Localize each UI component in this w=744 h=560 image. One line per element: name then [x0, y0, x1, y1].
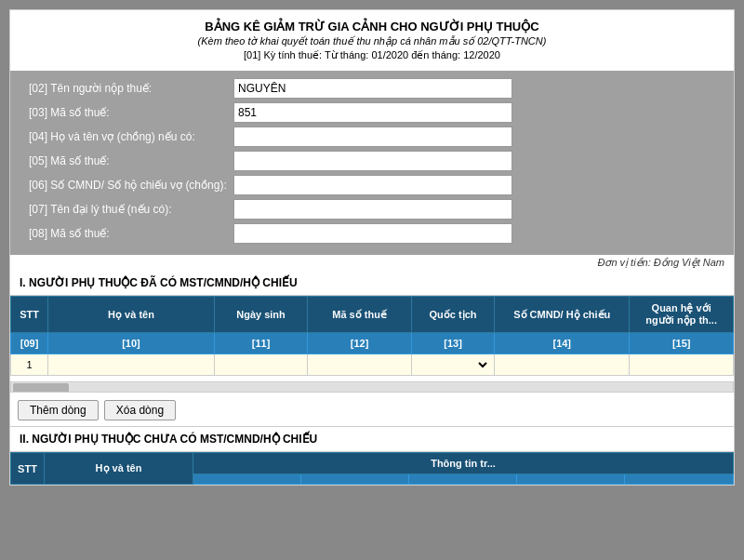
- select-quoctich[interactable]: Việt Nam Khác: [416, 358, 490, 371]
- form-row-3: [05] Mã số thuế:: [29, 151, 715, 171]
- cell-cmnd[interactable]: [495, 354, 630, 376]
- th-stt: STT: [11, 297, 48, 333]
- field-input-6[interactable]: [233, 223, 512, 244]
- table2-header-row: STT Họ và tên Thông tin tr...: [11, 453, 734, 474]
- col-code-14: [14]: [495, 333, 630, 354]
- input-mst[interactable]: [312, 359, 407, 370]
- form-row-0: [02] Tên người nộp thuế:: [29, 78, 715, 99]
- cell-mst[interactable]: [308, 354, 412, 376]
- section1-heading: I. NGƯỜI PHỤ THUỘC ĐÃ CÓ MST/CMND/HỘ CHI…: [10, 271, 734, 296]
- cell-stt: 1: [11, 354, 48, 376]
- currency-note: Đơn vị tiền: Đồng Việt Nam: [10, 255, 734, 271]
- horizontal-scrollbar[interactable]: [10, 381, 734, 393]
- cell-ngaysinh[interactable]: [214, 354, 307, 376]
- form-section: [02] Tên người nộp thuế: [03] Mã số thuế…: [10, 71, 734, 255]
- header-section: BẢNG KÊ GIẢM TRỪ GIA CẢNH CHO NGƯỜI PHỤ …: [10, 10, 734, 71]
- field-input-3[interactable]: [233, 151, 512, 171]
- header-subtitle: (Kèm theo tờ khai quyết toán thuế thu nh…: [29, 35, 715, 47]
- col-code-10: [10]: [48, 333, 215, 354]
- col-code-15: [15]: [630, 333, 734, 354]
- t2-sub-col4: [517, 474, 625, 485]
- th-cmnd: Số CMND/ Hộ chiếu: [495, 297, 630, 333]
- t2-sub-col5: [625, 474, 734, 485]
- section1-table: STT Họ và tên Ngày sinh Mã số thuế Quốc …: [10, 296, 734, 376]
- form-row-6: [08] Mã số thuế:: [29, 223, 715, 244]
- th-ngaysinh: Ngày sinh: [214, 297, 307, 333]
- header-title: BẢNG KÊ GIẢM TRỪ GIA CẢNH CHO NGƯỜI PHỤ …: [29, 20, 715, 33]
- input-cmnd[interactable]: [498, 359, 625, 370]
- col-code-09: [09]: [11, 333, 48, 354]
- period-value: Từ tháng: 01/2020 đến tháng: 12/2020: [325, 49, 500, 60]
- form-row-2: [04] Họ và tên vợ (chồng) nếu có:: [29, 127, 715, 147]
- page-wrapper: BẢNG KÊ GIẢM TRỪ GIA CẢNH CHO NGƯỜI PHỤ …: [9, 9, 735, 486]
- t2-sub-col1: [193, 474, 301, 485]
- input-hoten[interactable]: [52, 359, 210, 370]
- xoa-dong-button[interactable]: Xóa dòng: [104, 400, 176, 420]
- field-label-1: [03] Mã số thuế:: [29, 106, 233, 119]
- table-col-header-row: [09] [10] [11] [12] [13] [14] [15]: [11, 333, 734, 354]
- cell-hoten[interactable]: [48, 354, 215, 376]
- them-dong-button[interactable]: Thêm dòng: [18, 400, 99, 420]
- field-label-6: [08] Mã số thuế:: [29, 227, 233, 240]
- field-input-4[interactable]: [233, 175, 512, 195]
- cell-quoctich[interactable]: Việt Nam Khác: [411, 354, 494, 376]
- t2-th-thongtin: Thông tin tr...: [193, 453, 734, 474]
- scrollbar-thumb[interactable]: [13, 383, 69, 393]
- input-quanhe[interactable]: [633, 359, 729, 370]
- field-label-2: [04] Họ và tên vợ (chồng) nếu có:: [29, 130, 233, 143]
- cell-quanhe[interactable]: [630, 354, 734, 376]
- field-input-0[interactable]: [233, 78, 512, 99]
- col-code-13: [13]: [411, 333, 494, 354]
- field-input-1[interactable]: [233, 102, 512, 123]
- t2-th-stt: STT: [11, 453, 45, 485]
- t2-sub-col3: [409, 474, 517, 485]
- form-row-4: [06] Số CMND/ Số hộ chiếu vợ (chồng):: [29, 175, 715, 195]
- table-row: 1 Việt Nam Khác: [11, 354, 734, 376]
- col-code-12: [12]: [308, 333, 412, 354]
- buttons-row: Thêm dòng Xóa dòng: [10, 394, 734, 426]
- input-ngaysinh[interactable]: [219, 359, 303, 370]
- section1-table-container: STT Họ và tên Ngày sinh Mã số thuế Quốc …: [10, 296, 734, 380]
- th-mst: Mã số thuế: [308, 297, 412, 333]
- field-label-3: [05] Mã số thuế:: [29, 154, 233, 167]
- th-quoctich: Quốc tịch: [411, 297, 494, 333]
- field-input-5[interactable]: [233, 199, 512, 220]
- section2-table-container: STT Họ và tên Thông tin tr...: [10, 452, 734, 485]
- field-label-4: [06] Số CMND/ Số hộ chiếu vợ (chồng):: [29, 179, 233, 192]
- col-code-11: [11]: [214, 333, 307, 354]
- t2-th-hoten: Họ và tên: [45, 453, 193, 485]
- table-header-row: STT Họ và tên Ngày sinh Mã số thuế Quốc …: [11, 297, 734, 333]
- field-label-5: [07] Tên đại lý thuế (nếu có):: [29, 203, 233, 216]
- th-quanhe: Quan hệ vớingười nộp th...: [630, 297, 734, 333]
- t2-sub-col2: [301, 474, 409, 485]
- form-row-5: [07] Tên đại lý thuế (nếu có):: [29, 199, 715, 220]
- th-hoten: Họ và tên: [48, 297, 215, 333]
- form-row-1: [03] Mã số thuế:: [29, 102, 715, 123]
- section2-table: STT Họ và tên Thông tin tr...: [10, 452, 734, 485]
- period-label: [01] Kỳ tính thuế:: [244, 49, 322, 60]
- section2-heading: II. NGƯỜI PHỤ THUỘC CHƯA CÓ MST/CMND/HỘ …: [10, 426, 734, 452]
- header-period: [01] Kỳ tính thuế: Từ tháng: 01/2020 đến…: [29, 49, 715, 61]
- field-label-0: [02] Tên người nộp thuế:: [29, 82, 233, 95]
- field-input-2[interactable]: [233, 127, 512, 147]
